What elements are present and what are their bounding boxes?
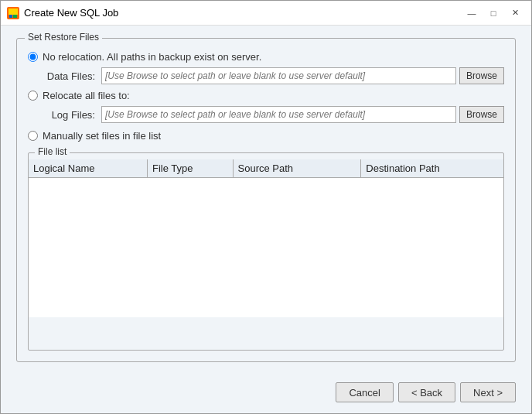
manually-set-radio[interactable] [28, 131, 38, 141]
main-window: Create New SQL Job — □ ✕ Set Restore Fil… [0, 0, 532, 414]
file-table-body [29, 178, 503, 317]
svg-rect-1 [9, 9, 18, 15]
log-files-row: Log Files: Browse [43, 106, 504, 123]
manually-set-option[interactable]: Manually set files in file list [28, 130, 504, 142]
svg-rect-2 [9, 15, 12, 18]
window-controls: — □ ✕ [462, 5, 525, 22]
svg-rect-3 [13, 15, 17, 18]
col-destination-path: Destination Path [361, 159, 503, 178]
log-files-input[interactable] [101, 106, 456, 123]
next-button[interactable]: Next > [460, 382, 516, 402]
set-restore-files-group: Set Restore Files No relocation. All pat… [16, 38, 516, 362]
relocate-all-radio[interactable] [28, 91, 38, 101]
table-header-row: Logical Name File Type Source Path Desti… [29, 159, 503, 178]
content-area: Set Restore Files No relocation. All pat… [1, 26, 531, 375]
data-files-row: Data Files: Browse [43, 67, 504, 84]
file-table: Logical Name File Type Source Path Desti… [29, 159, 503, 178]
col-file-type: File Type [148, 159, 234, 178]
window-title: Create New SQL Job [24, 7, 462, 19]
cancel-button[interactable]: Cancel [336, 382, 393, 402]
maximize-button[interactable]: □ [483, 5, 503, 22]
col-logical-name: Logical Name [29, 159, 148, 178]
log-files-browse-button[interactable]: Browse [459, 106, 504, 123]
data-files-label: Data Files: [43, 70, 101, 82]
close-button[interactable]: ✕ [505, 5, 525, 22]
group-box-title: Set Restore Files [25, 32, 102, 43]
file-list-title: File list [35, 146, 70, 157]
col-source-path: Source Path [233, 159, 361, 178]
file-table-wrapper: Logical Name File Type Source Path Desti… [29, 159, 503, 350]
no-relocation-option[interactable]: No relocation. All paths in backup exist… [28, 51, 504, 63]
no-relocation-label: No relocation. All paths in backup exist… [43, 51, 261, 63]
relocate-all-label: Relocate all files to: [43, 90, 130, 101]
back-button[interactable]: < Back [398, 382, 455, 402]
file-list-group: File list Logical Name File Type Source … [28, 152, 504, 351]
relocate-all-option[interactable]: Relocate all files to: [28, 90, 504, 101]
footer: Cancel < Back Next > [1, 375, 531, 413]
log-files-label: Log Files: [43, 109, 101, 121]
no-relocation-radio[interactable] [28, 52, 38, 62]
app-icon [7, 7, 19, 19]
manually-set-label: Manually set files in file list [43, 130, 161, 142]
data-files-browse-button[interactable]: Browse [459, 67, 504, 84]
data-files-input[interactable] [101, 67, 456, 84]
minimize-button[interactable]: — [462, 5, 482, 22]
title-bar: Create New SQL Job — □ ✕ [1, 1, 531, 26]
